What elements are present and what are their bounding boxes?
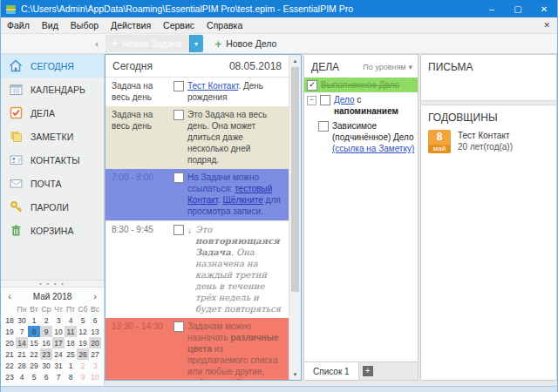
sidebar-item-календарь[interactable]: КАЛЕНДАРЬ bbox=[1, 78, 104, 101]
sidebar-collapse-icon[interactable]: ‹ bbox=[1, 38, 104, 49]
calendar-day[interactable]: 22 bbox=[28, 348, 40, 360]
calendar-next-icon[interactable]: › bbox=[88, 291, 102, 301]
calendar-day[interactable]: 26 bbox=[77, 348, 89, 360]
calendar-day[interactable]: 6 bbox=[40, 371, 52, 382]
calendar-day[interactable]: 5 bbox=[28, 371, 40, 382]
checkbox[interactable] bbox=[174, 81, 184, 91]
calendar-prev-icon[interactable]: ‹ bbox=[3, 291, 17, 301]
checkbox[interactable] bbox=[174, 321, 184, 332]
calendar-day[interactable]: 23 bbox=[40, 348, 52, 360]
menu-close-icon[interactable]: ✕ bbox=[536, 21, 557, 30]
calendar-day[interactable]: 1 bbox=[28, 314, 40, 326]
calendar-day[interactable]: 19 bbox=[77, 337, 89, 348]
maximize-button[interactable]: ▢ bbox=[505, 0, 531, 17]
calendar-day[interactable]: 3 bbox=[52, 314, 65, 326]
sidebar-item-пароли[interactable]: ПАРОЛИ bbox=[1, 195, 104, 219]
menu-item-4[interactable]: Сервис bbox=[157, 17, 201, 33]
calendar-day[interactable]: 21 bbox=[16, 348, 28, 360]
calendar-day[interactable]: 4 bbox=[16, 371, 28, 382]
calendar-day[interactable]: 10 bbox=[52, 326, 65, 337]
schedule-row[interactable]: Задача на весь деньТест Контакт. День ро… bbox=[105, 78, 289, 106]
calendar-day[interactable]: 27 bbox=[89, 348, 101, 360]
calendar-day[interactable]: 3 bbox=[89, 360, 101, 371]
checkbox[interactable] bbox=[174, 172, 184, 183]
sidebar-item-дела[interactable]: ДЕЛА bbox=[1, 101, 104, 125]
calendar-day[interactable]: 24 bbox=[52, 348, 65, 360]
add-list-button[interactable]: + bbox=[359, 362, 377, 380]
sidebar-item-контакты[interactable]: КОНТАКТЫ bbox=[1, 148, 104, 172]
schedule-scrollbar[interactable]: ▲ ▼ bbox=[289, 55, 301, 380]
calendar-day[interactable]: 7 bbox=[16, 326, 28, 337]
calendar-day[interactable]: 31 bbox=[52, 360, 65, 371]
minimize-button[interactable]: – bbox=[479, 0, 505, 17]
schedule-row[interactable]: 13:30 - 14:30Задачам можно назначать раз… bbox=[105, 318, 289, 380]
scroll-up-icon[interactable]: ▲ bbox=[289, 55, 301, 66]
tab-list-1[interactable]: Список 1 bbox=[304, 362, 359, 380]
todo-item[interactable]: ✓Выполненное Дело bbox=[304, 78, 418, 92]
calendar-day[interactable]: 17 bbox=[52, 337, 65, 348]
link[interactable]: Дело bbox=[334, 95, 355, 105]
calendar-day[interactable]: 15 bbox=[28, 337, 40, 348]
todo-item-text: Зависимое (подчинённое) Дело (ссылка на … bbox=[332, 120, 415, 154]
schedule-row[interactable]: Задача на весь деньЭто Задача на весь де… bbox=[105, 106, 289, 169]
calendar-day[interactable]: 5 bbox=[77, 314, 89, 326]
calendar-day[interactable]: 8 bbox=[65, 371, 77, 382]
schedule-row[interactable]: 8:30 - 9:45↓Это повторяющаяся Задача. Он… bbox=[105, 220, 289, 318]
calendar-day[interactable]: 16 bbox=[40, 337, 52, 348]
todo-item[interactable]: Зависимое (подчинённое) Дело (ссылка на … bbox=[304, 118, 418, 156]
menu-item-2[interactable]: Выбор bbox=[65, 17, 105, 33]
calendar-day[interactable]: 25 bbox=[65, 348, 77, 360]
expand-toggle-icon[interactable]: − bbox=[307, 96, 316, 105]
calendar-day[interactable]: 7 bbox=[52, 371, 65, 382]
sidebar-item-заметки[interactable]: ЗАМЕТКИ bbox=[1, 125, 104, 148]
calendar-day[interactable]: 4 bbox=[65, 314, 77, 326]
calendar-day[interactable]: 9 bbox=[40, 326, 52, 337]
calendar-day[interactable]: 1 bbox=[65, 360, 77, 371]
scroll-down-icon[interactable]: ▼ bbox=[289, 368, 301, 380]
new-task-button[interactable]: + Новая Задача ▾ bbox=[105, 35, 203, 52]
calendar-day[interactable]: 2 bbox=[40, 314, 52, 326]
menu-item-1[interactable]: Вид bbox=[36, 17, 65, 33]
checkbox[interactable] bbox=[174, 110, 184, 120]
link[interactable]: Тест Контакт bbox=[187, 81, 238, 91]
link[interactable]: (ссылка на Заметку) bbox=[332, 144, 414, 153]
checkbox[interactable] bbox=[320, 95, 330, 105]
todo-item[interactable]: −Дело с напоминанием bbox=[304, 92, 418, 118]
todos-filter-dropdown[interactable]: По уровням ▾ bbox=[363, 63, 412, 71]
calendar-day[interactable]: 6 bbox=[89, 314, 101, 326]
calendar-day[interactable]: 10 bbox=[89, 371, 101, 382]
calendar-day[interactable]: 30 bbox=[40, 360, 52, 371]
checkbox[interactable] bbox=[318, 121, 329, 132]
calendar-day[interactable]: 8 bbox=[28, 326, 40, 337]
calendar-day[interactable]: 30 bbox=[16, 314, 28, 326]
new-task-dropdown[interactable]: ▾ bbox=[189, 35, 203, 52]
calendar-day[interactable]: 29 bbox=[28, 360, 40, 371]
link[interactable]: Щёлкните bbox=[222, 195, 262, 205]
calendar-day[interactable]: 11 bbox=[65, 326, 77, 337]
calendar-day[interactable]: 9 bbox=[77, 371, 89, 382]
week-number: 20 bbox=[3, 337, 16, 348]
calendar-day[interactable]: 18 bbox=[65, 337, 77, 348]
menu-item-5[interactable]: Справка bbox=[201, 17, 248, 33]
sidebar-splitter[interactable]: • • • • bbox=[1, 280, 104, 287]
sidebar-item-почта[interactable]: ПОЧТА bbox=[1, 172, 104, 195]
new-todo-button[interactable]: + Новое Дело bbox=[215, 37, 277, 51]
close-button[interactable]: ✕ bbox=[531, 0, 557, 17]
scrollbar-thumb[interactable] bbox=[291, 67, 299, 292]
calendar-day[interactable]: 14 bbox=[16, 337, 28, 348]
calendar-day[interactable]: 28 bbox=[16, 360, 28, 371]
anniversary-item[interactable]: 8майТест Контакт20 лет(год(а)) bbox=[421, 128, 556, 155]
checkbox[interactable] bbox=[174, 225, 184, 235]
calendar-day[interactable]: 13 bbox=[89, 326, 101, 337]
calendar-day[interactable]: 2 bbox=[77, 360, 89, 371]
calendar-day[interactable]: 12 bbox=[77, 326, 89, 337]
calendar-day[interactable]: 20 bbox=[89, 337, 101, 348]
schedule-row[interactable]: 7:00 - 8:00На Задачи можно ссылаться: те… bbox=[105, 169, 289, 220]
checkbox-checked[interactable]: ✓ bbox=[307, 80, 317, 91]
menu-item-0[interactable]: Файл bbox=[1, 17, 36, 33]
sidebar-item-сегодня[interactable]: СЕГОДНЯ bbox=[1, 54, 104, 78]
menu-item-3[interactable]: Действия bbox=[105, 17, 157, 33]
mail-icon bbox=[9, 177, 23, 191]
sidebar-item-корзина[interactable]: КОРЗИНА bbox=[1, 219, 104, 242]
anniversary-month: май bbox=[428, 145, 451, 153]
